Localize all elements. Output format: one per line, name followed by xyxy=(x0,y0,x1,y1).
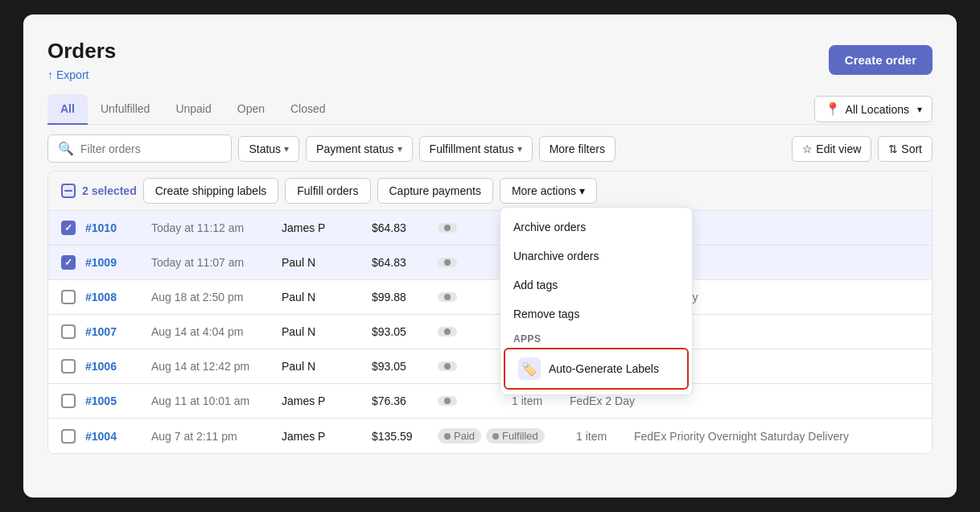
row-checkbox-1007[interactable] xyxy=(61,324,76,339)
more-filters-button[interactable]: More filters xyxy=(539,136,616,162)
order-id-1006[interactable]: #1006 xyxy=(85,360,142,373)
locations-dropdown[interactable]: 📍 All Locations ▾ xyxy=(814,96,933,122)
row-checkbox-1004[interactable] xyxy=(61,429,76,444)
row-checkbox-1009[interactable]: ✓ xyxy=(61,255,76,270)
order-items-1004: 1 item xyxy=(576,430,624,443)
row-checkbox-1006[interactable] xyxy=(61,359,76,374)
page-title: Orders xyxy=(47,39,116,64)
order-id-1004[interactable]: #1004 xyxy=(85,430,142,443)
order-id-1009[interactable]: #1009 xyxy=(85,256,142,269)
export-icon: ↑ xyxy=(47,68,53,81)
sort-button[interactable]: ⇅ Sort xyxy=(878,136,933,162)
order-date-1006: Aug 14 at 12:42 pm xyxy=(151,360,272,373)
payment-chevron-icon: ▾ xyxy=(397,143,402,155)
order-items-1005: 1 item xyxy=(512,394,560,407)
tab-all[interactable]: All xyxy=(47,94,88,125)
order-date-1009: Today at 11:07 am xyxy=(151,256,272,269)
tab-closed[interactable]: Closed xyxy=(278,94,339,125)
row-checkbox-1005[interactable] xyxy=(61,394,76,408)
order-date-1004: Aug 7 at 2:11 pm xyxy=(151,430,272,443)
order-customer-1010: James P xyxy=(282,221,362,234)
more-actions-dropdown: Archive orders Unarchive orders Add tags… xyxy=(500,207,693,395)
sort-icon: ⇅ xyxy=(888,142,898,155)
tabs: All Unfulfilled Unpaid Open Closed xyxy=(47,94,339,124)
order-date-1007: Aug 14 at 4:04 pm xyxy=(151,325,272,338)
fulfillment-chevron-icon: ▾ xyxy=(517,143,522,155)
order-shipping-1005: FedEx 2 Day xyxy=(570,394,919,407)
select-all-checkbox[interactable] xyxy=(61,184,76,198)
unarchive-orders-item[interactable]: Unarchive orders xyxy=(500,242,692,270)
table-row: #1004 Aug 7 at 2:11 pm James P $135.59 P… xyxy=(48,419,932,453)
edit-view-button[interactable]: ☆ Edit view xyxy=(792,136,871,162)
table-row: #1006 Aug 14 at 12:42 pm Paul N $93.05 1… xyxy=(48,349,932,384)
order-customer-1005: James P xyxy=(282,394,362,407)
order-id-1005[interactable]: #1005 xyxy=(85,394,142,407)
order-customer-1008: Paul N xyxy=(282,291,362,303)
row-checkbox-1010[interactable]: ✓ xyxy=(61,221,76,235)
archive-orders-item[interactable]: Archive orders xyxy=(500,213,692,242)
order-amount-1007: $93.05 xyxy=(372,325,428,338)
order-date-1010: Today at 11:12 am xyxy=(151,221,272,234)
order-amount-1010: $64.83 xyxy=(372,221,428,234)
tab-open[interactable]: Open xyxy=(224,94,278,125)
chevron-down-icon: ▾ xyxy=(917,104,922,115)
fulfillment-status-filter[interactable]: Fulfillment status ▾ xyxy=(419,136,533,162)
more-actions-chevron-icon: ▾ xyxy=(579,184,585,197)
star-icon: ☆ xyxy=(802,142,813,155)
auto-generate-labels-icon: 🏷️ xyxy=(518,357,541,380)
order-id-1008[interactable]: #1008 xyxy=(85,291,142,303)
more-actions-wrapper: More actions ▾ Archive orders Unarchive … xyxy=(500,178,597,204)
row-checkbox-1008[interactable] xyxy=(61,290,76,304)
search-icon: 🔍 xyxy=(58,141,74,156)
order-amount-1005: $76.36 xyxy=(372,394,428,407)
order-customer-1007: Paul N xyxy=(282,325,362,338)
order-id-1007[interactable]: #1007 xyxy=(85,325,142,338)
location-icon: 📍 xyxy=(825,101,841,117)
order-customer-1009: Paul N xyxy=(282,256,362,269)
selected-count: 2 selected xyxy=(82,184,137,197)
tab-unpaid[interactable]: Unpaid xyxy=(163,94,224,125)
table-row: #1007 Aug 14 at 4:04 pm Paul N $93.05 1 … xyxy=(48,315,932,349)
apps-section-label: APPS xyxy=(500,328,692,348)
order-shipping-1004: FedEx Priority Overnight Saturday Delive… xyxy=(634,430,919,443)
status-filter[interactable]: Status ▾ xyxy=(238,136,299,162)
auto-generate-labels-item[interactable]: 🏷️ Auto-Generate Labels xyxy=(504,348,689,390)
order-amount-1008: $99.88 xyxy=(372,291,428,303)
more-actions-button[interactable]: More actions ▾ xyxy=(500,178,597,204)
table-row: #1005 Aug 11 at 10:01 am James P $76.36 … xyxy=(48,384,932,419)
add-tags-item[interactable]: Add tags xyxy=(500,270,692,299)
create-order-button[interactable]: Create order xyxy=(829,45,933,75)
order-amount-1004: $135.59 xyxy=(372,430,428,443)
action-bar: 2 selected Create shipping labels Fulfil… xyxy=(48,171,932,211)
fulfill-orders-button[interactable]: Fulfill orders xyxy=(285,178,370,204)
order-id-1010[interactable]: #1010 xyxy=(85,221,142,234)
order-amount-1009: $64.83 xyxy=(372,256,428,269)
table-row: ✓ #1009 Today at 11:07 am Paul N $64.83 … xyxy=(48,246,932,280)
create-shipping-labels-button[interactable]: Create shipping labels xyxy=(143,178,279,204)
search-box: 🔍 xyxy=(47,134,232,163)
orders-table: 2 selected Create shipping labels Fulfil… xyxy=(47,171,933,454)
order-date-1005: Aug 11 at 10:01 am xyxy=(151,394,272,407)
order-amount-1006: $93.05 xyxy=(372,360,428,373)
search-input[interactable] xyxy=(80,142,221,155)
tab-unfulfilled[interactable]: Unfulfilled xyxy=(88,94,163,125)
capture-payments-button[interactable]: Capture payments xyxy=(377,178,493,204)
export-button[interactable]: ↑ Export xyxy=(47,68,89,81)
order-customer-1004: James P xyxy=(282,430,362,443)
status-chevron-icon: ▾ xyxy=(284,143,289,155)
table-row: ✓ #1010 Today at 11:12 am James P $64.83… xyxy=(48,211,932,246)
order-customer-1006: Paul N xyxy=(282,360,362,373)
table-row: #1008 Aug 18 at 2:50 pm Paul N $99.88 1 … xyxy=(48,280,932,315)
payment-status-filter[interactable]: Payment status ▾ xyxy=(306,136,413,162)
order-date-1008: Aug 18 at 2:50 pm xyxy=(151,291,272,303)
remove-tags-item[interactable]: Remove tags xyxy=(500,299,692,328)
